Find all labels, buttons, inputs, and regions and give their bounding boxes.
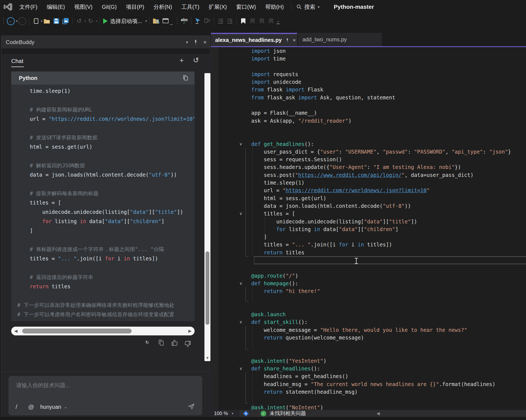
fold-chevron-icon[interactable]: ∨ [238,365,244,372]
tab-alexa-news-headlines[interactable]: alexa_news_headlines.py × [211,33,297,46]
status-ok-icon: ✓ [261,411,266,416]
menu-item[interactable]: Git(G) [97,0,121,14]
menu-item[interactable]: 帮助(H) [261,0,288,14]
indent-guide [265,217,265,241]
decrease-indent-button[interactable] [216,16,225,26]
tab-close-icon[interactable]: × [293,37,296,43]
increase-indent-icon [226,18,233,24]
open-folder-button[interactable] [43,16,51,26]
navigate-forward-button[interactable]: → [18,16,26,26]
undo-dropdown-icon[interactable]: ▾ [84,19,86,23]
menu-item[interactable]: 工具(T) [177,0,204,14]
panel-options-icon[interactable]: ▾ [186,40,188,44]
scroll-right-icon[interactable]: ▶ [185,329,195,333]
tab-pin-icon[interactable] [285,38,289,42]
collapse-panel-icon[interactable]: ◀ [377,411,380,416]
start-debug-button[interactable]: 选择启动项... ▾ [103,16,147,26]
menu-item[interactable]: 文件(F) [15,0,42,14]
menu-item[interactable]: 项目(P) [121,0,149,14]
navigate-back-dropdown-icon[interactable]: ▾ [16,19,18,23]
indent-guide [252,287,253,301]
tab-label: alexa_news_headlines.py [215,37,282,43]
menu-item[interactable]: 视图(V) [70,0,97,14]
new-file-button[interactable] [31,16,40,26]
caret-navigate-button[interactable] [194,16,202,26]
menu-item[interactable]: 窗口(W) [232,0,261,14]
tab-chat[interactable]: Chat [11,58,24,67]
toolbar-separator [214,17,214,25]
menu-separator [291,3,291,10]
menu-item[interactable]: 编辑(E) [42,0,70,14]
slash-command-button[interactable]: / [16,403,28,410]
codebuddy-title-bar[interactable]: CodeBuddy ▾ × [1,36,210,48]
new-file-dropdown-icon[interactable]: ▾ [41,19,42,23]
regenerate-icon[interactable]: ↻ [145,340,149,345]
forward-arrow-icon: → [18,17,26,25]
send-icon[interactable] [187,403,195,410]
toolbar-separator [99,17,100,25]
toolbar-grip[interactable] [177,17,178,25]
block-selection-button[interactable] [203,16,211,26]
chat-input-container[interactable]: / @ hunyuan ⌄ [8,376,202,415]
model-selector[interactable]: hunyuan [40,404,61,410]
search-dropdown-icon[interactable]: ▾ [318,5,320,9]
model-dropdown-icon[interactable]: ⌄ [64,405,67,409]
copy-code-icon[interactable] [183,75,189,81]
thumbs-up-icon[interactable] [171,339,178,346]
save-button[interactable] [52,16,60,26]
horizontal-scroll-thumb[interactable] [22,329,132,333]
search-icon [296,4,302,10]
increase-indent-button[interactable] [226,16,234,26]
visual-studio-logo-icon [3,2,13,11]
fold-chevron-icon[interactable]: ∨ [238,280,244,287]
fold-chevron-icon[interactable]: ∨ [238,318,244,326]
fold-chevron-icon[interactable]: ∨ [238,140,244,148]
scroll-down-icon[interactable]: ▼ [204,356,210,360]
tab-add-two-nums[interactable]: add_two_nums.py [298,33,382,46]
toolbar-separator [149,17,150,25]
pin-icon[interactable] [193,40,198,45]
save-all-button[interactable] [62,16,70,26]
current-line-highlight [254,256,526,264]
copy-message-icon[interactable] [158,339,164,346]
redo-dropdown-icon[interactable]: ▾ [96,19,97,23]
code-editor[interactable]: import jsonimport time import requestsim… [211,47,526,411]
chat-horizontal-scrollbar[interactable]: ◀ ▶ [11,327,195,335]
window-preview-button[interactable] [161,16,170,26]
undo-button[interactable]: ↺ [75,16,83,26]
toggle-bookmark-button[interactable] [239,16,247,26]
close-icon[interactable]: × [203,39,207,45]
bookmark-previous-icon [250,18,255,24]
toolbar-overflow-icon[interactable]: ⌄ [276,18,280,24]
redo-button[interactable]: ↻ [86,16,95,26]
zoom-control[interactable]: 100 % ▾ [211,410,240,417]
find-in-files-button[interactable] [152,16,160,26]
history-icon[interactable]: ↺ [193,57,199,64]
menu-item[interactable]: 分析(N) [149,0,177,14]
standard-toolbar: ← ▾ → ▾ ↺ ▾ ↻ [0,14,526,28]
mention-button[interactable]: @ [28,404,40,410]
startup-project-dropdown-icon[interactable]: ▾ [145,19,147,23]
menu-item[interactable]: 扩展(X) [204,0,232,14]
previous-bookmark-button[interactable] [248,16,257,26]
chat-vertical-scrollbar[interactable]: ▼ [204,73,210,361]
toolbar-grip[interactable] [3,17,4,25]
next-bookmark-button[interactable] [258,16,266,26]
new-chat-icon[interactable]: + [180,57,184,64]
chat-input[interactable] [16,382,186,389]
find-in-files-icon [152,18,160,25]
text-cursor-pointer [354,258,358,264]
spell-check-button[interactable]: abc ✓ [180,16,189,26]
clear-bookmarks-button[interactable] [267,16,275,26]
bookmark-next-icon [260,18,264,24]
undo-icon: ↺ [77,18,82,24]
scroll-left-icon[interactable]: ◀ [11,329,21,333]
fold-chevron-icon[interactable]: ∨ [238,210,244,217]
thumbs-down-icon[interactable] [184,340,191,347]
navigate-back-button[interactable]: ← [7,16,15,26]
document-health-icon[interactable] [243,410,249,416]
search-control[interactable]: 搜索 ▾ [296,3,320,11]
zoom-dropdown-icon[interactable]: ▾ [232,412,233,415]
vertical-scroll-thumb[interactable] [206,251,209,325]
spell-check-icon: abc ✓ [181,18,188,25]
